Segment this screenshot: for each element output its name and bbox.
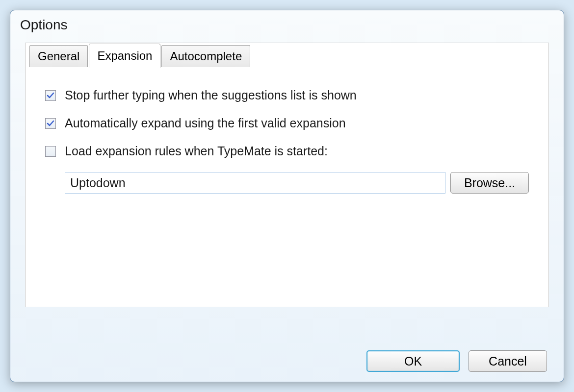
label-auto-expand: Automatically expand using the first val… — [65, 116, 346, 130]
rules-path-row: Browse... — [65, 172, 529, 194]
tab-strip: General Expansion Autocomplete — [29, 43, 251, 67]
tab-autocomplete[interactable]: Autocomplete — [161, 45, 250, 67]
tab-content-expansion: Stop further typing when the suggestions… — [26, 64, 548, 208]
ok-button[interactable]: OK — [366, 350, 460, 372]
option-auto-expand: Automatically expand using the first val… — [45, 116, 529, 130]
checkmark-icon — [47, 92, 54, 99]
tab-expansion[interactable]: Expansion — [89, 44, 160, 68]
options-dialog: Options General Expansion Autocomplete — [10, 10, 564, 382]
cancel-button[interactable]: Cancel — [469, 350, 547, 372]
option-stop-typing: Stop further typing when the suggestions… — [45, 88, 529, 102]
option-load-rules: Load expansion rules when TypeMate is st… — [45, 144, 529, 158]
tab-panel: General Expansion Autocomplete Stop furt… — [25, 43, 549, 307]
checkbox-stop-typing[interactable] — [45, 90, 56, 101]
dialog-title: Options — [10, 10, 564, 38]
checkmark-icon — [47, 120, 54, 127]
checkbox-auto-expand[interactable] — [45, 118, 56, 129]
browse-button[interactable]: Browse... — [450, 172, 529, 194]
dialog-buttons: OK Cancel — [366, 350, 547, 372]
label-stop-typing: Stop further typing when the suggestions… — [65, 88, 357, 102]
rules-path-input[interactable] — [65, 172, 445, 194]
label-load-rules: Load expansion rules when TypeMate is st… — [65, 144, 328, 158]
checkbox-load-rules[interactable] — [45, 146, 56, 157]
tab-general[interactable]: General — [29, 45, 88, 67]
